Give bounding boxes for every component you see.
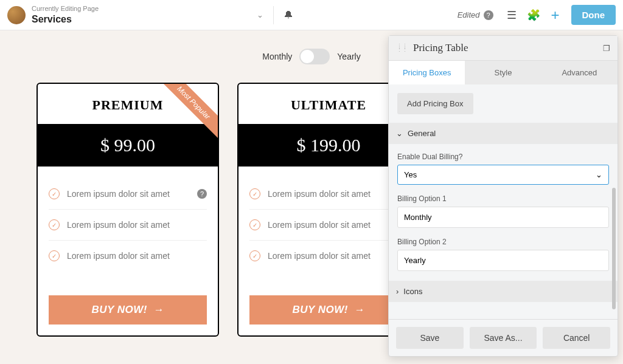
feature-row: ✓Lorem ipsum dolor sit amet [49,241,207,271]
save-button[interactable]: Save [396,327,464,349]
panel-header[interactable]: ⋮⋮⋮⋮ Pricing Table ❐ [389,36,618,61]
tab-pricing-boxes[interactable]: Pricing Boxes [389,61,465,84]
feature-row: ✓Lorem ipsum dolor sit amet [249,210,408,241]
add-pricing-box-button[interactable]: Add Pricing Box [397,93,473,114]
check-icon: ✓ [49,250,60,261]
pricing-card-premium[interactable]: Most Popular PREMIUM $ 99.00 ✓Lorem ipsu… [37,83,219,337]
page-subtitle: Currently Editing Page [32,5,99,13]
help-icon[interactable]: ? [197,189,207,199]
arrow-right-icon: → [153,304,164,316]
buy-button[interactable]: BUY NOW!→ [49,295,207,325]
tab-advanced[interactable]: Advanced [541,61,618,84]
logo-icon[interactable] [7,6,26,24]
buy-button[interactable]: BUY NOW!→ [249,295,408,325]
save-as-button[interactable]: Save As... [470,327,537,349]
check-icon: ✓ [49,219,60,230]
panel-tabs: Pricing Boxes Style Advanced [389,61,618,84]
check-icon: ✓ [249,219,260,230]
field-label: Enable Dual Billing? [397,153,609,161]
billing-option-2-input[interactable] [397,250,609,271]
cancel-button[interactable]: Cancel [543,327,610,349]
feature-row: ✓Lorem ipsum dolor sit amet [49,210,207,241]
chevron-down-icon: ⌄ [596,170,602,179]
bell-icon[interactable]: 🔔︎ [284,10,293,21]
divider [273,6,274,24]
feature-row: ✓Lorem ipsum dolor sit amet? [49,179,207,210]
scrollbar[interactable] [612,188,616,309]
field-label: Billing Option 2 [397,238,609,246]
feature-row: ✓Lorem ipsum dolor sit amet [249,241,408,271]
outline-icon[interactable]: ☰ [504,8,519,22]
edited-label: Edited [458,10,480,19]
card-price: $ 99.00 [38,124,218,167]
window-icon[interactable]: ❐ [603,44,610,53]
chevron-down-icon[interactable]: ⌄ [257,10,263,19]
page-meta[interactable]: Currently Editing Page Services [32,5,99,24]
panel-title: Pricing Table [413,42,603,54]
arrow-right-icon: → [354,304,365,316]
page-title: Services [32,13,99,25]
settings-panel: ⋮⋮⋮⋮ Pricing Table ❐ Pricing Boxes Style… [388,35,618,357]
panel-body: Add Pricing Box ⌄General Enable Dual Bil… [389,84,618,319]
feature-row: ✓Lorem ipsum dolor sit amet? [249,179,408,210]
chevron-down-icon: ⌄ [396,129,403,138]
check-icon: ✓ [249,250,260,261]
check-icon: ✓ [249,188,260,199]
billing-option-1-input[interactable] [397,207,609,228]
field-label: Billing Option 1 [397,194,609,203]
toggle-right-label: Yearly [337,52,360,61]
panel-footer: Save Save As... Cancel [389,319,618,356]
section-general[interactable]: ⌄General [389,123,618,144]
section-icons[interactable]: ›Icons [389,281,618,302]
chevron-right-icon: › [396,287,399,296]
tools-icon[interactable]: 🧩 [526,8,541,22]
billing-toggle[interactable] [299,49,330,64]
topbar: Currently Editing Page Services ⌄ 🔔︎ Edi… [0,0,623,30]
dual-billing-select[interactable]: Yes⌄ [397,165,609,185]
grip-icon[interactable]: ⋮⋮⋮⋮ [396,45,407,52]
plus-icon[interactable]: + [548,8,563,22]
check-icon: ✓ [49,188,60,199]
tab-style[interactable]: Style [465,61,541,84]
help-icon[interactable]: ? [484,10,493,20]
toggle-left-label: Monthly [262,52,292,61]
done-button[interactable]: Done [571,5,616,25]
